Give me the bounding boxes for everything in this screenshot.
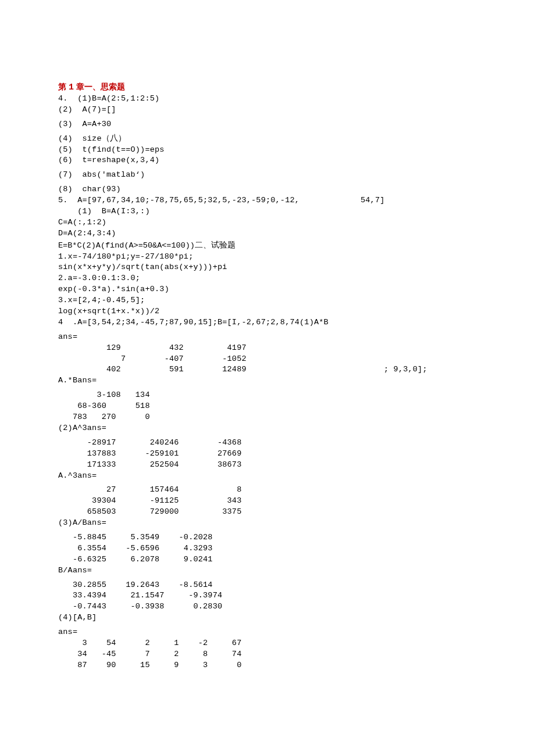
code-line: log(x+sqrt(1+x.*x))/2 [58, 306, 477, 317]
output-row: 783 270 0 [58, 412, 477, 423]
output-row: 27 157464 8 [58, 485, 477, 496]
output-row: 87 90 15 9 3 0 [58, 660, 477, 671]
output-row: 33.4394 21.1547 -9.3974 [58, 590, 477, 601]
output-row: 3 54 2 1 -2 67 [58, 638, 477, 649]
output-label: (4)[A,B] [58, 612, 477, 624]
output-row: 30.2855 19.2643 -8.5614 [58, 580, 477, 591]
code-line: 2.a=-3.0:0.1:3.0; [58, 273, 477, 284]
code-line: (3) A=A+30 [58, 119, 477, 130]
output-row: -28917 240246 -4368 [58, 438, 477, 449]
output-row: 171333 252504 38673 [58, 460, 477, 471]
output-row: -0.7443 -0.3938 0.2830 [58, 601, 477, 612]
output-row: 6.3554 -5.6596 4.3293 [58, 543, 477, 554]
code-line: 4 .A=[3,54,2;34,-45,7;87,90,15];B=[I,-2,… [58, 317, 477, 328]
code-line: C=A(:,1:2) [58, 217, 477, 228]
output-label: (2)A^3ans= [58, 423, 477, 434]
section-heading: 二、试验题 [195, 240, 236, 249]
output-label: (3)A/Bans= [58, 518, 477, 529]
title-suffix: 章一、思索题 [74, 82, 125, 91]
chapter-title: 第 1 章一、思索题 [58, 81, 477, 94]
code-line: (2) A(7)=[] [58, 105, 477, 116]
segment-right: ; 9,3,0]; [384, 365, 427, 374]
output-row: 658503 729000 3375 [58, 507, 477, 518]
output-row: -5.8845 5.3549 -0.2028 [58, 532, 477, 543]
output-label: A.^3ans= [58, 471, 477, 482]
output-row: 7 -407 -1052 [58, 354, 477, 365]
title-prefix: 第 [58, 82, 69, 91]
output-row: 68-360 518 [58, 401, 477, 412]
segment-left: 402 591 12489 [58, 364, 384, 375]
output-row: 34 -45 7 2 8 74 [58, 649, 477, 660]
code-line: (5) t(find(t==O))=eps [58, 145, 477, 156]
output-label: ans= [58, 332, 477, 343]
output-row: 402 591 12489; 9,3,0]; [58, 364, 477, 375]
code-line: 1.x=-74/180*pi;y=-27/180*pi; [58, 252, 477, 263]
code-line: (1) B=A(I:3,:) [58, 206, 477, 217]
code-line: 4. (1)B=A(2:5,1:2:5) [58, 94, 477, 105]
segment-right: 54,7] [361, 196, 385, 205]
segment-left: E=B*C(2)A(find(A>=50&A<=100)) [58, 241, 195, 250]
code-line: (7) abs('matlab‘) [58, 170, 477, 181]
output-row: 129 432 4197 [58, 343, 477, 354]
title-number: 1 [69, 83, 74, 92]
output-row: -6.6325 6.2078 9.0241 [58, 554, 477, 565]
document-body: 第 1 章一、思索题 4. (1)B=A(2:5,1:2:5) (2) A(7)… [58, 81, 477, 671]
output-label: A.*Bans= [58, 375, 477, 386]
code-line: (4) size（八） [58, 134, 477, 145]
segment-left: 5. A=[97,67,34,10;-78,75,65,5;32,5,-23,-… [58, 195, 361, 206]
output-label: ans= [58, 627, 477, 638]
output-label: B/Aans= [58, 565, 477, 576]
output-row: 137883 -259101 27669 [58, 449, 477, 460]
code-line: (8) char(93) [58, 184, 477, 195]
output-row: 39304 -91125 343 [58, 496, 477, 507]
code-line: exp(-0.3*a).*sin(a+0.3) [58, 284, 477, 295]
code-line: sin(x*x+y*y)/sqrt(tan(abs(x+y)))+pi [58, 262, 477, 273]
code-line: 3.x=[2,4;-0.45,5]; [58, 295, 477, 306]
code-line: D=A(2:4,3:4) [58, 228, 477, 239]
code-line: (6) t=reshape(x,3,4) [58, 155, 477, 166]
code-line: 5. A=[97,67,34,10;-78,75,65,5;32,5,-23,-… [58, 195, 477, 206]
code-line: E=B*C(2)A(find(A>=50&A<=100))二、试验题 [58, 239, 477, 252]
output-row: 3-108 134 [58, 390, 477, 401]
